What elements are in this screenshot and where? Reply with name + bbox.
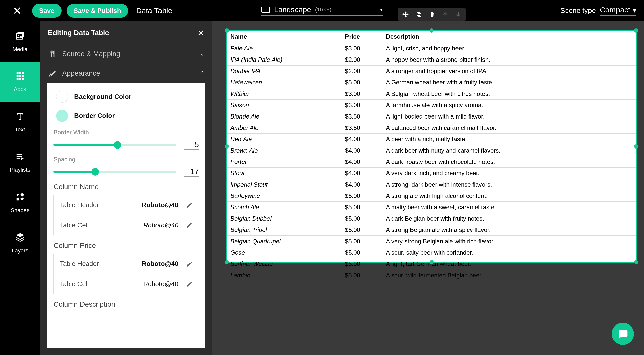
table-row: Belgian Tripel$5.00A strong Belgian ale … [227, 224, 636, 236]
chat-button[interactable] [612, 323, 634, 345]
table-cell: $4.00 [341, 179, 382, 190]
save-button[interactable]: Save [32, 4, 62, 18]
sidebar-item-label: Media [13, 46, 28, 53]
table-cell: A sour, wild-fermented Belgian beer. [382, 270, 636, 281]
table-cell: $5.00 [341, 270, 382, 281]
font-settings-card: Table HeaderRoboto@40Table CellRoboto@40 [53, 195, 199, 235]
sidebar-item-text[interactable]: Text [0, 102, 40, 142]
sidebar-item-media[interactable]: Media [0, 21, 40, 62]
font-row-value: Roboto@40 [142, 201, 178, 209]
table-row: Witbier$3.00A Belgian wheat beer with ci… [227, 88, 636, 100]
resize-handle[interactable] [225, 144, 229, 149]
scene-type-selector[interactable]: Scene type Compact ▾ [560, 6, 636, 16]
table-cell: Belgian Quadrupel [227, 236, 341, 247]
resize-handle[interactable] [634, 144, 638, 149]
border-width-value[interactable]: 5 [184, 140, 199, 150]
svg-rect-18 [16, 198, 19, 200]
table-row: Lambic$5.00A sour, wild-fermented Belgia… [227, 270, 636, 281]
arrow-up-icon[interactable] [442, 11, 448, 17]
border-color-label: Border Color [74, 112, 115, 120]
resize-handle[interactable] [225, 260, 229, 264]
table-cell: A farmhouse ale with a spicy aroma. [382, 100, 636, 111]
table-cell: $3.00 [341, 100, 382, 111]
border-width-slider[interactable] [53, 144, 176, 146]
slider-thumb[interactable] [91, 168, 99, 176]
edit-icon[interactable] [186, 261, 193, 267]
table-header-cell: Name [227, 31, 341, 43]
resize-handle[interactable] [430, 260, 434, 264]
font-row-value: Roboto@40 [143, 221, 178, 229]
edit-icon[interactable] [186, 202, 193, 209]
table-cell: Berliner Weisse [227, 258, 341, 270]
resize-handle[interactable] [430, 28, 434, 33]
svg-rect-1 [417, 12, 420, 15]
table-row: Porter$4.00A dark, roasty beer with choc… [227, 156, 636, 168]
spacing-label: Spacing [53, 156, 199, 163]
table-row: Blonde Ale$3.50A light-bodied beer with … [227, 111, 636, 122]
table-cell: $5.00 [341, 224, 382, 236]
close-panel-icon[interactable]: ✕ [197, 28, 204, 38]
table-cell: A strong ale with high alcohol content. [382, 190, 636, 202]
sidebar-item-shapes[interactable]: Shapes [0, 183, 40, 223]
border-color-swatch[interactable] [56, 110, 68, 122]
table-cell: $3.50 [341, 122, 382, 134]
table-cell: Hefeweizen [227, 77, 341, 88]
close-icon[interactable]: ✕ [8, 4, 27, 17]
svg-rect-10 [22, 75, 24, 77]
save-publish-button[interactable]: Save & Publish [67, 4, 128, 18]
table-cell: A strong, dark beer with intense flavors… [382, 179, 636, 190]
accordion-appearance[interactable]: Appearance ⌃ [40, 64, 212, 83]
sidebar-item-label: Text [15, 126, 25, 133]
table-cell: A light, tart German wheat beer. [382, 258, 636, 270]
font-row-value: Roboto@40 [143, 280, 178, 288]
orientation-selector[interactable]: Landscape (16×9) ▾ [261, 5, 383, 16]
spacing-value[interactable]: 17 [184, 167, 199, 177]
table-cell: Pale Ale [227, 43, 341, 54]
spacing-slider[interactable] [53, 171, 176, 173]
resize-handle[interactable] [634, 28, 638, 33]
table-row: Red Ale$4.00A beer with a rich, malty ta… [227, 134, 636, 145]
background-color-swatch[interactable] [56, 91, 68, 103]
brush-icon [48, 69, 57, 77]
sidebar-item-apps[interactable]: Apps [0, 62, 40, 102]
chevron-down-icon: ▾ [633, 6, 636, 14]
selection-toolbar [398, 8, 466, 21]
edit-icon[interactable] [186, 281, 193, 287]
table-cell: $5.00 [341, 202, 382, 213]
table-cell: $4.00 [341, 156, 382, 168]
svg-point-4 [18, 35, 19, 36]
canvas[interactable]: NamePriceDescription Pale Ale$3.00A ligh… [212, 21, 644, 355]
copy-icon[interactable] [416, 11, 422, 17]
data-table-widget[interactable]: NamePriceDescription Pale Ale$3.00A ligh… [226, 30, 637, 263]
edit-icon[interactable] [186, 222, 193, 229]
svg-rect-6 [19, 72, 21, 74]
move-icon[interactable] [402, 11, 409, 18]
svg-rect-14 [16, 154, 22, 154]
table-cell: $5.00 [341, 247, 382, 258]
table-cell: Belgian Dubbel [227, 213, 341, 224]
resize-handle[interactable] [225, 28, 229, 33]
table-cell: A very strong Belgian ale with rich flav… [382, 236, 636, 247]
svg-rect-0 [418, 13, 421, 16]
table-header-cell: Price [341, 31, 382, 43]
column-section-title: Column Description [53, 300, 199, 308]
slider-thumb[interactable] [114, 141, 121, 149]
accordion-source-mapping[interactable]: Source & Mapping ⌄ [40, 44, 212, 64]
chat-icon [617, 328, 628, 339]
table-row: IPA (India Pale Ale)$2.00A hoppy beer wi… [227, 54, 636, 66]
resize-handle[interactable] [634, 260, 638, 264]
accordion-label: Appearance [62, 69, 195, 77]
trash-icon[interactable] [429, 11, 435, 17]
table-cell: A very dark, rich, and creamy beer. [382, 168, 636, 179]
table-row: Stout$4.00A very dark, rich, and creamy … [227, 168, 636, 179]
arrow-down-icon[interactable] [455, 11, 461, 17]
table-cell: Lambic [227, 270, 341, 281]
table-header-cell: Description [382, 31, 636, 43]
sidebar-item-playlists[interactable]: Playlists [0, 142, 40, 183]
landscape-icon [261, 7, 270, 13]
table-row: Hefeweizen$5.00A German wheat beer with … [227, 77, 636, 88]
table-cell: Porter [227, 156, 341, 168]
orientation-label: Landscape [274, 5, 311, 14]
table-cell: Witbier [227, 88, 341, 100]
sidebar-item-layers[interactable]: Layers [0, 223, 40, 263]
